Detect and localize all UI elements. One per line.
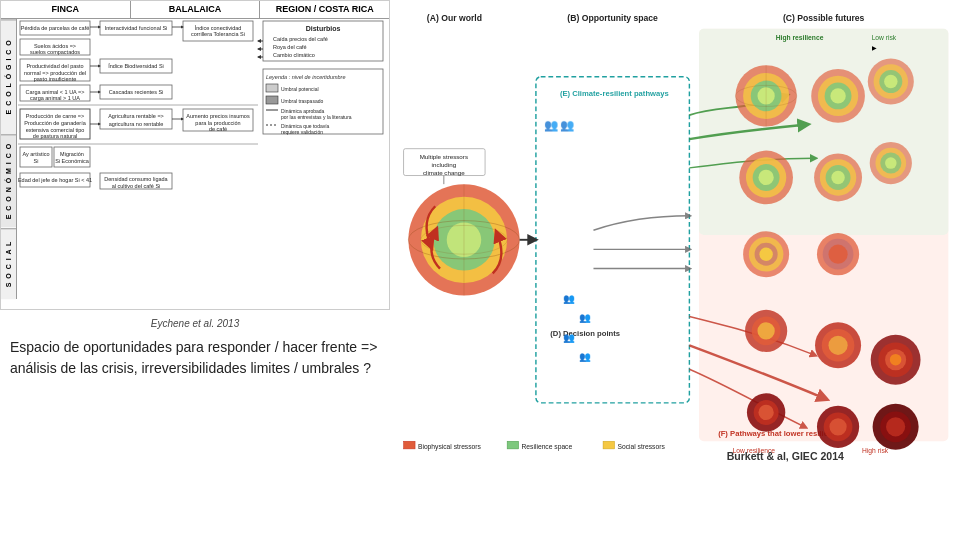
svg-text:Burkett & al, GIEC 2014: Burkett & al, GIEC 2014 [727, 450, 844, 462]
diagram-content: Pérdida de parcelas de café Suelos ácido… [17, 19, 389, 299]
svg-text:(E) Climate-resilient pathways: (E) Climate-resilient pathways [560, 89, 669, 98]
svg-text:Migración: Migración [60, 151, 84, 157]
svg-text:Social stressors: Social stressors [617, 443, 665, 450]
svg-point-147 [890, 354, 902, 366]
svg-text:pasto insuficiente: pasto insuficiente [34, 76, 77, 82]
svg-text:(B) Opportunity space: (B) Opportunity space [567, 13, 658, 23]
left-label-strip: E C O L Ó G I C O E C O N Ó M I C O S O … [1, 19, 17, 299]
svg-text:High resilience: High resilience [776, 34, 824, 42]
description-text: Espacio de oportunidades para responder … [10, 337, 380, 379]
svg-text:Edad del jefe de hogar Si < 41: Edad del jefe de hogar Si < 41 [18, 177, 92, 183]
diagram-body: E C O L Ó G I C O E C O N Ó M I C O S O … [1, 19, 389, 299]
diagram-header: FINCA BALALAICA REGION / COSTA RICA [1, 1, 389, 19]
svg-text:including: including [432, 161, 457, 168]
svg-text:Leyenda : nivel de incertidumb: Leyenda : nivel de incertidumbre [266, 74, 346, 80]
svg-point-114 [830, 88, 845, 103]
svg-text:Si Económica: Si Económica [55, 158, 90, 164]
flowchart-svg: Pérdida de parcelas de café Suelos ácido… [17, 19, 389, 299]
svg-point-140 [757, 322, 774, 339]
svg-point-153 [829, 418, 846, 435]
svg-point-134 [759, 247, 772, 260]
svg-text:Caída precios del café: Caída precios del café [273, 36, 328, 42]
svg-text:Interactividad funcional Si: Interactividad funcional Si [105, 25, 168, 31]
svg-text:Pérdida de parcelas de café: Pérdida de parcelas de café [21, 25, 90, 31]
svg-point-137 [828, 245, 847, 264]
diagram-area: FINCA BALALAICA REGION / COSTA RICA E C … [0, 0, 390, 310]
text-area: Eychene et al. 2013 Espacio de oportunid… [0, 310, 390, 387]
svg-text:de pastura natural: de pastura natural [33, 133, 77, 139]
svg-rect-56 [266, 96, 278, 104]
header-finca: FINCA [1, 1, 131, 18]
eco-label: E C O L Ó G I C O [1, 19, 16, 134]
ipcc-diagram-svg: (A) Our world (B) Opportunity space (C) … [390, 0, 960, 470]
svg-rect-20 [54, 147, 90, 167]
left-panel: FINCA BALALAICA REGION / COSTA RICA E C … [0, 0, 390, 540]
svg-text:Índice Biodiversidad Si: Índice Biodiversidad Si [108, 63, 164, 69]
svg-text:suelos compactados: suelos compactados [30, 49, 80, 55]
svg-text:Disturbios: Disturbios [306, 25, 341, 32]
svg-text:al cultivo del café Si: al cultivo del café Si [112, 183, 161, 189]
svg-text:de café: de café [209, 126, 227, 132]
header-balalaica: BALALAICA [131, 1, 261, 18]
svg-text:por las entrevistas y la liter: por las entrevistas y la literatura [281, 114, 352, 120]
svg-text:Multiple stressors: Multiple stressors [420, 153, 468, 160]
svg-text:climate change: climate change [423, 169, 465, 176]
svg-text:Densidad consumo ligada: Densidad consumo ligada [104, 176, 168, 182]
svg-text:Low risk: Low risk [872, 34, 897, 41]
svg-text:Cambio climático: Cambio climático [273, 52, 315, 58]
svg-text:Agricultura rentable =>: Agricultura rentable => [108, 113, 164, 119]
svg-text:Umbral potencial: Umbral potencial [281, 86, 319, 92]
svg-text:Cascadas recientes Si: Cascadas recientes Si [109, 89, 164, 95]
svg-text:Si: Si [34, 158, 39, 164]
svg-point-156 [886, 417, 905, 436]
svg-text:carga animal > 1 UA: carga animal > 1 UA [30, 95, 80, 101]
svg-text:Biophysical stressors: Biophysical stressors [418, 443, 482, 451]
svg-rect-17 [20, 147, 52, 167]
svg-text:Producción de carne =>: Producción de carne => [26, 113, 84, 119]
svg-rect-161 [603, 441, 615, 449]
svg-text:Resilience space: Resilience space [522, 443, 573, 451]
econ-label: E C O N Ó M I C O [1, 134, 16, 227]
svg-text:Aumento precios insumos: Aumento precios insumos [186, 113, 250, 119]
svg-rect-54 [266, 84, 278, 92]
soc-label: S O C I A L [1, 228, 16, 299]
svg-point-150 [758, 405, 773, 420]
svg-text:👥: 👥 [544, 118, 559, 132]
right-panel: (A) Our world (B) Opportunity space (C) … [390, 0, 960, 540]
svg-text:High risk: High risk [862, 447, 889, 455]
svg-point-130 [885, 157, 897, 169]
svg-point-122 [758, 170, 773, 185]
svg-text:requiere validación: requiere validación [281, 129, 323, 135]
svg-text:Roya del café: Roya del café [273, 44, 307, 50]
header-region: REGION / COSTA RICA [260, 1, 389, 18]
svg-text:Umbral traspasado: Umbral traspasado [281, 98, 323, 104]
svg-point-126 [831, 171, 844, 184]
svg-text:Producción de ganadería: Producción de ganadería [24, 120, 86, 126]
svg-text:👥: 👥 [579, 312, 591, 324]
svg-text:Productividad del pasto: Productividad del pasto [26, 63, 83, 69]
svg-point-143 [828, 336, 847, 355]
svg-text:agricultura no rentable: agricultura no rentable [109, 121, 164, 127]
svg-text:corrillera Tolerancia Si: corrillera Tolerancia Si [191, 31, 245, 37]
svg-text:▶: ▶ [872, 45, 877, 51]
svg-text:👥: 👥 [563, 293, 575, 305]
svg-point-118 [884, 75, 897, 88]
svg-text:👥: 👥 [563, 332, 575, 344]
svg-text:(A) Our world: (A) Our world [427, 13, 482, 23]
svg-rect-159 [507, 441, 519, 449]
main-container: FINCA BALALAICA REGION / COSTA RICA E C … [0, 0, 960, 540]
svg-text:(C) Possible futures: (C) Possible futures [783, 13, 865, 23]
ipcc-container: (A) Our world (B) Opportunity space (C) … [390, 0, 960, 540]
svg-text:👥: 👥 [560, 118, 575, 132]
eychene-citation: Eychene et al. 2013 [10, 318, 380, 329]
svg-text:👥: 👥 [579, 351, 591, 363]
svg-text:(D) Decision points: (D) Decision points [550, 329, 620, 338]
svg-rect-157 [404, 441, 416, 449]
svg-text:Ay artístico: Ay artístico [22, 151, 49, 157]
